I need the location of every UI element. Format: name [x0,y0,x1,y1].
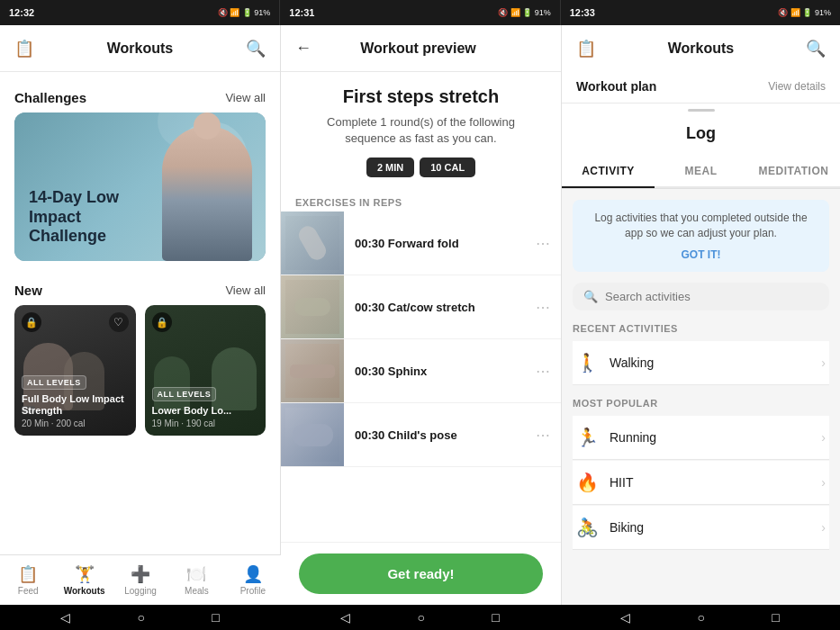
nav-logging[interactable]: ➕ Logging [113,555,168,605]
back-icon[interactable]: ← [295,39,312,58]
exercise-more-3[interactable]: ⋯ [536,363,561,380]
profile-icon: 👤 [243,564,263,584]
exercise-info-2: 00:30 Cat/cow stretch [344,293,536,321]
exercise-name-2: 00:30 Cat/cow stretch [355,301,525,314]
workout-description: Complete 1 round(s) of the following seq… [281,114,561,158]
new-title: New [14,283,42,298]
preview-panel: ← Workout preview First steps stretch Co… [281,25,562,605]
nav-feed[interactable]: 📋 Feed [0,555,56,605]
activity-search-icon[interactable]: 🔍 [806,39,826,58]
exercise-1: 00:30 Forward fold ⋯ [281,212,561,275]
info-banner: Log activities that you completed outsid… [573,200,829,272]
nav-workouts[interactable]: 🏋️ Workouts [56,555,112,605]
recent-activities-section: RECENT ACTIVITIES 🚶 Walking › [573,323,829,385]
android-home-1[interactable]: ○ [138,610,145,625]
feed-icon: 📋 [18,564,38,584]
android-back-2[interactable]: ◁ [340,610,350,625]
challenge-person [162,126,252,261]
card-2-overlay: 🔒 ALL LEVELS Lower Body Lo... 19 Min · 1… [145,305,266,436]
activity-item-left-walking: 🚶 Walking [576,352,654,374]
workouts-nav-label: Workouts [64,586,105,596]
logging-label: Logging [124,586,157,596]
biking-icon: 🚴 [576,517,599,538]
new-section-header: New View all [0,275,280,305]
feed-label: Feed [18,586,39,596]
got-it-button[interactable]: GOT IT! [585,248,817,261]
heart-icon-1[interactable]: ♡ [109,312,129,332]
activity-header-outer: 📋 Workouts 🔍 Workout plan View details L… [562,25,840,189]
android-home-2[interactable]: ○ [418,610,425,625]
log-title: Log [562,112,840,156]
android-home-3[interactable]: ○ [698,610,705,625]
workouts-panel: 📋 Workouts 🔍 Challenges View all [0,25,281,605]
card-title-2: Lower Body Lo... [152,405,259,417]
android-back-1[interactable]: ◁ [60,610,70,625]
search-activities-input[interactable] [605,290,818,303]
info-banner-text: Log activities that you completed outsid… [585,211,817,241]
nav-profile[interactable]: 👤 Profile [225,555,281,605]
workout-card-1[interactable]: 🔒 ♡ ALL LEVELS Full Body Low Impact Stre… [14,305,136,436]
exercise-info-1: 00:30 Forward fold [344,230,536,257]
exercise-thumb-2 [281,275,344,338]
search-box[interactable]: 🔍 [573,283,829,310]
search-icon[interactable]: 🔍 [246,39,266,58]
challenge-card-bg: 14-Day LowImpactChallenge [14,112,266,261]
activity-item-walking[interactable]: 🚶 Walking › [573,341,829,385]
badge-min: 2 MIN [366,158,414,177]
activity-top-nav: 📋 Workouts 🔍 [562,25,840,72]
badge-cal: 10 CAL [420,158,475,177]
status-icons-2: 🔇 📶 🔋 91% [498,8,551,17]
challenge-card-text: 14-Day LowImpactChallenge [29,188,119,247]
time-3: 12:33 [570,7,595,18]
nav-meals[interactable]: 🍽️ Meals [168,555,224,605]
get-ready-container: Get ready! [281,542,561,605]
android-nav-1: ◁ ○ □ [0,605,280,630]
workouts-title: Workouts [34,40,246,57]
workout-card-2[interactable]: 🔒 ALL LEVELS Lower Body Lo... 19 Min · 1… [145,305,266,436]
exercise-more-1[interactable]: ⋯ [536,235,561,252]
workout-badges: 2 MIN 10 CAL [281,158,561,190]
search-activities-icon: 🔍 [583,290,598,303]
get-ready-button[interactable]: Get ready! [299,554,543,594]
card-2-bottom: ALL LEVELS Lower Body Lo... 19 Min · 190… [152,384,259,428]
tab-activity[interactable]: ACTIVITY [562,156,655,186]
running-chevron: › [821,430,826,445]
hiit-label: HIIT [610,475,633,490]
meals-icon: 🍽️ [186,564,206,584]
activity-item-running[interactable]: 🏃 Running › [573,416,829,460]
bottom-nav: 📋 Feed 🏋️ Workouts ➕ Logging 🍽️ Meals 👤 … [0,554,281,605]
challenge-card[interactable]: 14-Day LowImpactChallenge [14,112,266,261]
card-2-top: 🔒 [152,312,259,332]
workouts-nav-icon: 🏋️ [75,564,95,584]
tab-meal[interactable]: MEAL [655,156,747,186]
activity-item-biking[interactable]: 🚴 Biking › [573,506,829,550]
tab-meditation[interactable]: MEDITATION [747,156,840,186]
status-bar-1: 12:32 🔇 📶 🔋 91% [0,0,280,25]
view-details[interactable]: View details [768,80,826,93]
exercise-more-2[interactable]: ⋯ [536,299,561,316]
status-icons-1: 🔇 📶 🔋 91% [218,8,271,17]
android-recents-2[interactable]: □ [492,610,499,625]
exercise-name-1: 00:30 Forward fold [355,237,525,250]
exercise-more-4[interactable]: ⋯ [536,427,561,444]
activity-content: Log activities that you completed outsid… [562,189,840,605]
android-recents-1[interactable]: □ [212,610,219,625]
challenges-view-all[interactable]: View all [225,91,266,104]
time-2: 12:31 [289,7,314,18]
status-bar-2: 12:31 🔇 📶 🔋 91% [280,0,560,25]
workouts-scroll: Challenges View all 14-Day LowImpactCh [0,72,280,554]
android-recents-3[interactable]: □ [772,610,779,625]
workouts-header: 📋 Workouts 🔍 [0,25,280,72]
walking-label: Walking [610,356,654,370]
most-popular-label: MOST POPULAR [573,398,829,409]
android-back-3[interactable]: ◁ [620,610,630,625]
exercise-thumb-1 [281,212,344,274]
new-section: New View all [0,275,280,436]
lock-icon-1: 🔒 [22,312,41,332]
hiit-icon: 🔥 [576,472,599,493]
activity-item-hiit[interactable]: 🔥 HIIT › [573,461,829,505]
exercise-info-4: 00:30 Child's pose [344,421,536,449]
running-label: Running [610,430,656,445]
new-view-all[interactable]: View all [225,284,266,297]
workouts-logo-icon: 📋 [14,39,34,58]
